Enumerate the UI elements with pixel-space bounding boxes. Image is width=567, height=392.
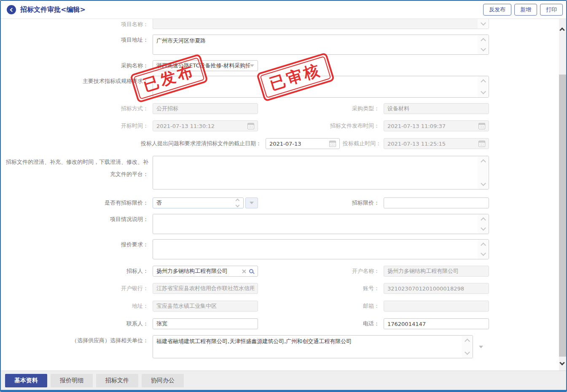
address-field: 宝应县范水镇工业集中区 <box>153 301 258 312</box>
bid-method-field: 公开招标 <box>153 103 258 114</box>
back-button[interactable] <box>7 5 16 14</box>
project-address-textarea[interactable] <box>153 35 478 54</box>
caret-down-icon <box>479 346 483 348</box>
has-price-limit-label: 是否有招标限价： <box>1 197 153 208</box>
scroll-up-icon <box>481 38 486 43</box>
tenderer-input[interactable] <box>156 267 240 276</box>
clarify-platform-field[interactable] <box>153 156 489 189</box>
clarify-deadline-label: 投标人提出问题和要求澄清招标文件的截止日期： <box>1 138 266 149</box>
scroll-down-icon <box>481 181 486 186</box>
scroll-down-icon <box>465 349 470 355</box>
project-name-label: 项目名称： <box>1 19 153 29</box>
row-bid-method: 招标方式： 公开招标 采购类型： 设备材料 <box>1 103 549 114</box>
quote-requirements-field[interactable] <box>153 239 489 259</box>
textarea-scroll-buttons[interactable] <box>478 35 489 54</box>
textarea-scroll-buttons[interactable] <box>478 19 489 29</box>
textarea-scroll-buttons[interactable] <box>478 156 489 189</box>
tab-collaboration[interactable]: 协同办公 <box>142 374 184 387</box>
price-limit-label: 招标限价： <box>258 197 384 208</box>
bank-field: 江苏省宝应县农村信用合作联社范水信用社 <box>153 283 258 294</box>
account-number-value: 3210230701201000018298 <box>387 285 485 292</box>
contact-input[interactable] <box>156 319 254 328</box>
quote-requirements-textarea[interactable] <box>153 240 478 259</box>
scroll-down-icon <box>481 46 486 51</box>
vertical-scrollbar[interactable] <box>559 19 566 371</box>
related-units-field[interactable] <box>153 335 473 358</box>
price-limit-input[interactable] <box>387 198 485 208</box>
project-description-label: 项目情况说明： <box>1 214 153 225</box>
page-title: 招标文件审批<编辑> <box>20 5 86 14</box>
row-address: 地址： 宝应县范水镇工业集中区 邮箱： <box>1 301 549 312</box>
tab-quote-details[interactable]: 报价明细 <box>51 374 93 387</box>
clarify-platform-label: 招标文件的澄清、补充、修改的时间，下载澄清、修改、补充文件的平台： <box>1 156 153 180</box>
scroll-down-icon <box>481 20 486 26</box>
spinner-up-down-icon[interactable] <box>232 199 243 207</box>
row-related-units: （选择供应商）选择相关单位： <box>1 335 549 358</box>
clarify-deadline-value: 2021-07-13 <box>269 141 329 147</box>
chevron-left-icon <box>10 8 14 12</box>
scroll-down-icon <box>481 89 486 94</box>
add-new-button[interactable]: 新增 <box>514 4 537 16</box>
doc-publish-time-label: 招标文件发布时间： <box>258 120 384 131</box>
tenderer-label: 招标人： <box>1 266 153 277</box>
x-clear-icon[interactable] <box>242 269 246 274</box>
tech-specs-label: 主要技术指标或规格要求： <box>1 76 153 87</box>
has-price-limit-group: 否 <box>153 197 258 208</box>
print-button[interactable]: 打印 <box>540 4 563 16</box>
header-actions: 反发布 新增 打印 <box>483 4 563 16</box>
related-units-dropdown-button[interactable] <box>473 335 489 358</box>
row-project-address: 项目地址： <box>1 35 549 55</box>
bid-open-time-label: 开标时间： <box>1 120 153 131</box>
related-units-label: （选择供应商）选择相关单位： <box>1 335 153 346</box>
quote-requirements-label: 报价要求： <box>1 239 153 250</box>
doc-publish-time-field: 2021-07-13 11:09:37 <box>384 120 489 131</box>
scrollbar-thumb[interactable] <box>559 75 566 357</box>
row-bid-open-time: 开标时间： 2021-07-13 11:30:12 招标文件发布时间： 2021… <box>1 120 549 131</box>
scroll-up-icon <box>481 217 486 223</box>
bid-method-value: 公开招标 <box>156 105 254 112</box>
bid-deadline-value: 2021-07-13 11:25:15 <box>387 141 478 147</box>
phone-field[interactable] <box>384 318 489 329</box>
row-clarify-platform: 招标文件的澄清、补充、修改的时间，下载澄清、修改、补充文件的平台： <box>1 156 549 189</box>
row-tenderer: 招标人： 开户名称： 扬州力多钢结构工程有限公司 <box>1 266 549 277</box>
scrollbar-up-arrow[interactable] <box>559 27 565 33</box>
row-project-name: 项目名称： <box>1 19 549 29</box>
caret-down-icon <box>250 64 254 67</box>
row-project-description: 项目情况说明： <box>1 214 549 234</box>
has-price-limit-dropdown-button[interactable] <box>245 197 258 208</box>
magnifier-icon[interactable] <box>249 269 253 273</box>
procurement-type-value: 设备材料 <box>387 105 485 112</box>
textarea-scroll-buttons[interactable] <box>478 240 489 259</box>
has-price-limit-field[interactable]: 否 <box>153 197 244 208</box>
contact-field[interactable] <box>153 318 258 329</box>
bid-deadline-field: 2021-07-13 11:25:15 <box>384 138 489 149</box>
account-name-value: 扬州力多钢结构工程有限公司 <box>387 267 485 275</box>
price-limit-field[interactable] <box>384 197 489 208</box>
clarify-deadline-field[interactable]: 2021-07-13 <box>266 138 340 149</box>
row-contact: 联系人： 电话： <box>1 318 549 329</box>
project-address-field[interactable] <box>153 35 489 55</box>
tenderer-field[interactable] <box>153 266 258 277</box>
textarea-scroll-buttons[interactable] <box>462 336 473 358</box>
scroll-down-icon <box>481 225 486 231</box>
calendar-icon <box>478 123 485 129</box>
bid-method-label: 招标方式： <box>1 103 153 114</box>
unpublish-button[interactable]: 反发布 <box>483 4 511 16</box>
bank-label: 开户银行： <box>1 283 153 294</box>
spin-down-icon <box>236 203 240 208</box>
scrollbar-down-arrow[interactable] <box>559 360 565 365</box>
tab-tender-documents[interactable]: 招标文件 <box>96 374 138 387</box>
procurement-type-field: 设备材料 <box>384 103 489 114</box>
project-description-field[interactable] <box>153 214 489 234</box>
phone-input[interactable] <box>387 319 485 328</box>
textarea-scroll-buttons[interactable] <box>478 214 489 234</box>
scroll-down-icon <box>481 251 486 256</box>
project-description-textarea[interactable] <box>153 214 478 234</box>
tab-basic-info[interactable]: 基本资料 <box>5 374 47 387</box>
textarea-scroll-buttons[interactable] <box>478 76 489 97</box>
clarify-platform-textarea[interactable] <box>153 156 478 189</box>
calendar-icon[interactable] <box>329 141 336 147</box>
project-address-label: 项目地址： <box>1 35 153 45</box>
related-units-textarea[interactable] <box>153 336 462 358</box>
account-name-field: 扬州力多钢结构工程有限公司 <box>384 266 489 277</box>
